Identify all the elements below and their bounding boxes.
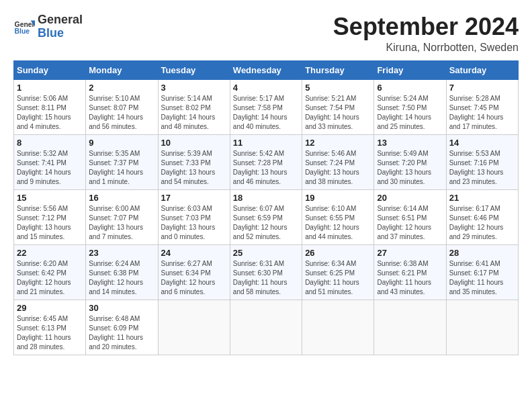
day-number: 8 [17, 138, 83, 148]
day-detail: Sunrise: 6:20 AMSunset: 6:42 PMDaylight:… [17, 259, 83, 297]
calendar-cell [158, 300, 230, 355]
day-number: 1 [17, 83, 83, 93]
day-detail: Sunrise: 6:41 AMSunset: 6:17 PMDaylight:… [449, 259, 515, 297]
day-detail: Sunrise: 5:46 AMSunset: 7:24 PMDaylight:… [305, 149, 371, 187]
calendar-cell: 5Sunrise: 5:21 AMSunset: 7:54 PMDaylight… [302, 79, 374, 134]
calendar-cell: 17Sunrise: 6:03 AMSunset: 7:03 PMDayligh… [158, 189, 230, 244]
day-detail: Sunrise: 5:56 AMSunset: 7:12 PMDaylight:… [17, 204, 83, 242]
day-number: 15 [17, 193, 83, 203]
calendar-cell: 20Sunrise: 6:14 AMSunset: 6:51 PMDayligh… [374, 189, 446, 244]
calendar-cell: 24Sunrise: 6:27 AMSunset: 6:34 PMDayligh… [158, 244, 230, 300]
calendar-cell: 28Sunrise: 6:41 AMSunset: 6:17 PMDayligh… [446, 244, 518, 300]
day-detail: Sunrise: 6:03 AMSunset: 7:03 PMDaylight:… [161, 204, 227, 242]
day-detail: Sunrise: 6:34 AMSunset: 6:25 PMDaylight:… [305, 259, 371, 297]
calendar-week-row: 1Sunrise: 5:06 AMSunset: 8:11 PMDaylight… [14, 79, 519, 134]
day-number: 14 [449, 138, 515, 148]
day-number: 2 [89, 83, 154, 93]
calendar-cell: 19Sunrise: 6:10 AMSunset: 6:55 PMDayligh… [302, 189, 374, 244]
calendar-cell: 30Sunrise: 6:48 AMSunset: 6:09 PMDayligh… [86, 300, 158, 355]
day-number: 11 [233, 138, 299, 148]
day-detail: Sunrise: 5:39 AMSunset: 7:33 PMDaylight:… [161, 149, 227, 187]
day-detail: Sunrise: 6:14 AMSunset: 6:51 PMDaylight:… [377, 204, 443, 242]
day-number: 12 [305, 138, 371, 148]
header-day-friday: Friday [374, 60, 446, 79]
calendar-cell: 25Sunrise: 6:31 AMSunset: 6:30 PMDayligh… [230, 244, 302, 300]
calendar-cell: 18Sunrise: 6:07 AMSunset: 6:59 PMDayligh… [230, 189, 302, 244]
day-detail: Sunrise: 6:17 AMSunset: 6:46 PMDaylight:… [449, 204, 515, 242]
calendar-cell: 26Sunrise: 6:34 AMSunset: 6:25 PMDayligh… [302, 244, 374, 300]
calendar-cell: 21Sunrise: 6:17 AMSunset: 6:46 PMDayligh… [446, 189, 518, 244]
calendar-cell: 1Sunrise: 5:06 AMSunset: 8:11 PMDaylight… [14, 79, 86, 134]
calendar-week-row: 8Sunrise: 5:32 AMSunset: 7:41 PMDaylight… [14, 134, 519, 189]
header-day-wednesday: Wednesday [230, 60, 302, 79]
calendar-table: SundayMondayTuesdayWednesdayThursdayFrid… [13, 60, 519, 355]
day-detail: Sunrise: 6:07 AMSunset: 6:59 PMDaylight:… [233, 204, 299, 242]
day-number: 20 [377, 193, 443, 203]
page-header: General Blue General Blue September 2024… [13, 13, 519, 54]
calendar-cell: 10Sunrise: 5:39 AMSunset: 7:33 PMDayligh… [158, 134, 230, 189]
calendar-cell: 8Sunrise: 5:32 AMSunset: 7:41 PMDaylight… [14, 134, 86, 189]
calendar-week-row: 15Sunrise: 5:56 AMSunset: 7:12 PMDayligh… [14, 189, 519, 244]
day-number: 19 [305, 193, 371, 203]
day-number: 4 [233, 83, 299, 93]
calendar-cell: 12Sunrise: 5:46 AMSunset: 7:24 PMDayligh… [302, 134, 374, 189]
day-detail: Sunrise: 5:28 AMSunset: 7:45 PMDaylight:… [449, 94, 515, 132]
calendar-cell: 29Sunrise: 6:45 AMSunset: 6:13 PMDayligh… [14, 300, 86, 355]
calendar-cell [302, 300, 374, 355]
logo-blue: Blue [38, 26, 64, 40]
logo-text: General Blue [38, 13, 83, 40]
title-block: September 2024 Kiruna, Norrbotten, Swede… [333, 13, 519, 54]
header-day-saturday: Saturday [446, 60, 518, 79]
day-number: 16 [89, 193, 154, 203]
day-number: 6 [377, 83, 443, 93]
day-detail: Sunrise: 5:10 AMSunset: 8:07 PMDaylight:… [89, 94, 154, 132]
day-detail: Sunrise: 5:17 AMSunset: 7:58 PMDaylight:… [233, 94, 299, 132]
calendar-week-row: 22Sunrise: 6:20 AMSunset: 6:42 PMDayligh… [14, 244, 519, 300]
calendar-cell: 15Sunrise: 5:56 AMSunset: 7:12 PMDayligh… [14, 189, 86, 244]
calendar-cell [374, 300, 446, 355]
day-detail: Sunrise: 5:35 AMSunset: 7:37 PMDaylight:… [89, 149, 154, 187]
day-number: 30 [89, 303, 154, 313]
calendar-cell: 23Sunrise: 6:24 AMSunset: 6:38 PMDayligh… [86, 244, 158, 300]
day-number: 5 [305, 83, 371, 93]
day-number: 25 [233, 248, 299, 258]
calendar-cell: 3Sunrise: 5:14 AMSunset: 8:02 PMDaylight… [158, 79, 230, 134]
logo-icon: General Blue [13, 16, 35, 38]
day-number: 22 [17, 248, 83, 258]
day-number: 3 [161, 83, 227, 93]
day-number: 18 [233, 193, 299, 203]
calendar-cell [230, 300, 302, 355]
day-detail: Sunrise: 6:24 AMSunset: 6:38 PMDaylight:… [89, 259, 154, 297]
day-detail: Sunrise: 5:21 AMSunset: 7:54 PMDaylight:… [305, 94, 371, 132]
header-day-sunday: Sunday [14, 60, 86, 79]
day-number: 28 [449, 248, 515, 258]
day-detail: Sunrise: 6:45 AMSunset: 6:13 PMDaylight:… [17, 314, 83, 352]
day-detail: Sunrise: 6:00 AMSunset: 7:07 PMDaylight:… [89, 204, 154, 242]
header-day-monday: Monday [86, 60, 158, 79]
day-number: 29 [17, 303, 83, 313]
day-detail: Sunrise: 5:53 AMSunset: 7:16 PMDaylight:… [449, 149, 515, 187]
day-detail: Sunrise: 6:48 AMSunset: 6:09 PMDaylight:… [89, 314, 154, 352]
day-detail: Sunrise: 6:38 AMSunset: 6:21 PMDaylight:… [377, 259, 443, 297]
day-detail: Sunrise: 5:14 AMSunset: 8:02 PMDaylight:… [161, 94, 227, 132]
calendar-cell: 11Sunrise: 5:42 AMSunset: 7:28 PMDayligh… [230, 134, 302, 189]
svg-text:Blue: Blue [15, 28, 30, 35]
calendar-header-row: SundayMondayTuesdayWednesdayThursdayFrid… [14, 60, 519, 79]
calendar-cell: 4Sunrise: 5:17 AMSunset: 7:58 PMDaylight… [230, 79, 302, 134]
day-number: 13 [377, 138, 443, 148]
month-title: September 2024 [333, 13, 519, 40]
day-detail: Sunrise: 6:10 AMSunset: 6:55 PMDaylight:… [305, 204, 371, 242]
calendar-cell: 14Sunrise: 5:53 AMSunset: 7:16 PMDayligh… [446, 134, 518, 189]
calendar-week-row: 29Sunrise: 6:45 AMSunset: 6:13 PMDayligh… [14, 300, 519, 355]
day-detail: Sunrise: 5:42 AMSunset: 7:28 PMDaylight:… [233, 149, 299, 187]
day-number: 7 [449, 83, 515, 93]
calendar-cell [446, 300, 518, 355]
calendar-cell: 13Sunrise: 5:49 AMSunset: 7:20 PMDayligh… [374, 134, 446, 189]
day-detail: Sunrise: 5:49 AMSunset: 7:20 PMDaylight:… [377, 149, 443, 187]
header-day-tuesday: Tuesday [158, 60, 230, 79]
day-detail: Sunrise: 5:06 AMSunset: 8:11 PMDaylight:… [17, 94, 83, 132]
calendar-cell: 6Sunrise: 5:24 AMSunset: 7:50 PMDaylight… [374, 79, 446, 134]
day-number: 23 [89, 248, 154, 258]
day-number: 27 [377, 248, 443, 258]
calendar-cell: 16Sunrise: 6:00 AMSunset: 7:07 PMDayligh… [86, 189, 158, 244]
